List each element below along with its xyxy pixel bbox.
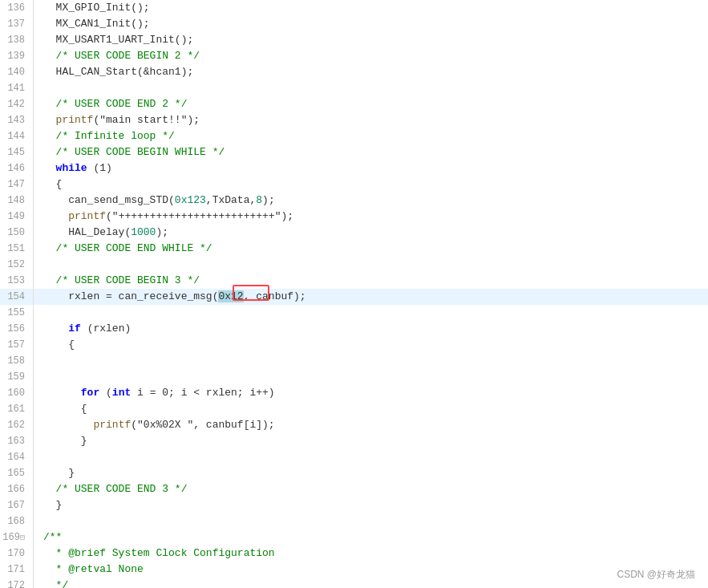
code-content: rxlen = can_receive_msg(0x12, canbuf);	[40, 289, 708, 305]
table-row: 153 /* USER CODE BEGIN 3 */	[0, 273, 708, 289]
line-number: 139	[0, 48, 34, 64]
line-number: 163	[0, 433, 34, 449]
table-row: 147 {	[0, 176, 708, 193]
code-content: {	[40, 337, 708, 353]
table-row: 146 while (1)	[0, 160, 708, 176]
line-number: 152	[0, 257, 34, 273]
line-number: 164	[0, 449, 34, 465]
table-row: 169⊟/**	[0, 529, 708, 545]
table-row: 161 {	[0, 401, 708, 417]
line-number: 167	[0, 497, 34, 513]
code-content: /* Infinite loop */	[40, 128, 708, 144]
table-row: 151 /* USER CODE END WHILE */	[0, 241, 708, 257]
line-number: 158	[0, 353, 34, 369]
line-number: 169⊟	[0, 529, 34, 546]
code-content: /* USER CODE END 3 */	[40, 481, 708, 497]
line-number: 166	[0, 481, 34, 497]
code-content: /* USER CODE BEGIN 2 */	[40, 48, 708, 64]
code-content: if (rxlen)	[40, 321, 708, 337]
table-row: 140 HAL_CAN_Start(&hcan1);	[0, 64, 708, 80]
line-number: 156	[0, 321, 34, 337]
table-row: 167 }	[0, 497, 708, 513]
code-content: MX_USART1_UART_Init();	[40, 32, 708, 48]
table-row: 172 */	[0, 578, 708, 588]
code-content: * @brief System Clock Configuration	[40, 545, 708, 562]
table-row: 152	[0, 257, 708, 273]
line-number: 161	[0, 401, 34, 417]
table-row: 168	[0, 513, 708, 529]
line-number: 151	[0, 241, 34, 257]
code-content: /* USER CODE BEGIN WHILE */	[40, 144, 708, 160]
code-content: /**	[40, 529, 708, 545]
table-row: 155	[0, 305, 708, 321]
table-row: 142 /* USER CODE END 2 */	[0, 96, 708, 112]
table-row: 143 printf("main start!!");	[0, 112, 708, 128]
watermark: CSDN @好奇龙猫	[617, 568, 695, 582]
code-content: }	[40, 433, 708, 449]
code-content: /* USER CODE END 2 */	[40, 96, 708, 112]
code-content: {	[40, 401, 708, 417]
table-row: 149 printf("+++++++++++++++++++++++++");	[0, 209, 708, 225]
table-row: 164	[0, 449, 708, 465]
line-number: 162	[0, 417, 34, 433]
code-content: }	[40, 465, 708, 481]
code-editor: 136 MX_GPIO_Init();137 MX_CAN1_Init();13…	[0, 0, 708, 588]
table-row: 170 * @brief System Clock Configuration	[0, 545, 708, 562]
code-content: MX_GPIO_Init();	[40, 0, 708, 16]
table-row: 171 * @retval None	[0, 562, 708, 578]
code-content: MX_CAN1_Init();	[40, 16, 708, 32]
line-number: 147	[0, 176, 34, 193]
table-row: 144 /* Infinite loop */	[0, 128, 708, 144]
line-number: 142	[0, 96, 34, 112]
table-row: 145 /* USER CODE BEGIN WHILE */	[0, 144, 708, 160]
code-content: /* USER CODE BEGIN 3 */	[40, 273, 708, 289]
line-number: 154	[0, 289, 34, 305]
code-content: can_send_msg_STD(0x123,TxData,8);	[40, 193, 708, 209]
code-content: printf("+++++++++++++++++++++++++");	[40, 209, 708, 225]
code-content: for (int i = 0; i < rxlen; i++)	[40, 385, 708, 401]
line-number: 137	[0, 16, 34, 32]
table-row: 156 if (rxlen)	[0, 321, 708, 337]
line-number: 159	[0, 369, 34, 385]
table-row: 163 }	[0, 433, 708, 449]
table-row: 166 /* USER CODE END 3 */	[0, 481, 708, 497]
line-number: 155	[0, 305, 34, 321]
line-number: 165	[0, 465, 34, 481]
code-content: {	[40, 176, 708, 193]
line-number: 168	[0, 513, 34, 529]
code-content: */	[40, 578, 708, 588]
line-number: 153	[0, 273, 34, 289]
code-content: printf("main start!!");	[40, 112, 708, 128]
line-number: 157	[0, 337, 34, 353]
line-number: 143	[0, 112, 34, 128]
table-row: 150 HAL_Delay(1000);	[0, 225, 708, 241]
table-row: 165 }	[0, 465, 708, 481]
table-row: 162 printf("0x%02X ", canbuf[i]);	[0, 417, 708, 433]
line-number: 170	[0, 545, 34, 562]
table-row: 158	[0, 353, 708, 369]
code-content: * @retval None	[40, 562, 708, 578]
code-content: printf("0x%02X ", canbuf[i]);	[40, 417, 708, 433]
line-number: 140	[0, 64, 34, 80]
code-content: HAL_CAN_Start(&hcan1);	[40, 64, 708, 80]
line-number: 171	[0, 562, 34, 578]
code-content: /* USER CODE END WHILE */	[40, 241, 708, 257]
line-number: 150	[0, 225, 34, 241]
table-row: 139 /* USER CODE BEGIN 2 */	[0, 48, 708, 64]
line-number: 148	[0, 193, 34, 209]
table-row: 154 rxlen = can_receive_msg(0x12, canbuf…	[0, 289, 708, 305]
line-number: 160	[0, 385, 34, 401]
line-number: 149	[0, 209, 34, 225]
table-row: 160 for (int i = 0; i < rxlen; i++)	[0, 385, 708, 401]
line-number: 146	[0, 160, 34, 176]
table-row: 141	[0, 80, 708, 96]
table-row: 159	[0, 369, 708, 385]
table-row: 148 can_send_msg_STD(0x123,TxData,8);	[0, 193, 708, 209]
table-row: 137 MX_CAN1_Init();	[0, 16, 708, 32]
line-number: 138	[0, 32, 34, 48]
line-number: 136	[0, 0, 34, 16]
code-content: HAL_Delay(1000);	[40, 225, 708, 241]
line-number: 141	[0, 80, 34, 96]
table-row: 138 MX_USART1_UART_Init();	[0, 32, 708, 48]
line-number: 172	[0, 578, 34, 588]
